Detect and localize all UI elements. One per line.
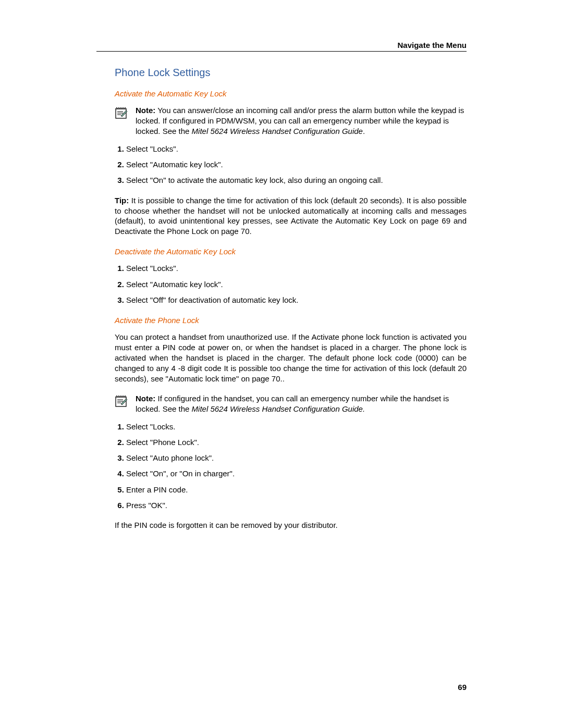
note-label: Note: — [136, 394, 155, 403]
page-content: Phone Lock Settings Activate the Automat… — [115, 67, 467, 530]
tip-paragraph: Tip: It is possible to change the time f… — [115, 195, 467, 237]
section-title: Phone Lock Settings — [115, 67, 467, 79]
note-label: Note: — [136, 106, 155, 115]
page-header-right: Navigate the Menu — [397, 41, 467, 50]
list-item: Select "Phone Lock". — [126, 437, 467, 448]
document-page: Navigate the Menu Phone Lock Settings Ac… — [0, 0, 563, 728]
steps-list-activate-phone-lock: Select "Locks. Select "Phone Lock". Sele… — [115, 422, 467, 511]
tip-body: It is possible to change the time for ac… — [115, 196, 467, 236]
list-item: Select "Locks. — [126, 422, 467, 432]
subheading-activate-phone-lock: Activate the Phone Lock — [115, 316, 467, 325]
note-italic-ref: Mitel 5624 Wireless Handset Configuratio… — [192, 404, 365, 413]
page-number: 69 — [458, 683, 467, 692]
note-end: . — [363, 127, 365, 135]
list-item: Select "Locks". — [126, 263, 467, 274]
header-rule — [96, 51, 467, 52]
note-block: Note: If configured in the handset, you … — [115, 393, 467, 414]
list-item: Select "Off" for deactivation of automat… — [126, 295, 467, 305]
closing-paragraph: If the PIN code is forgotten it can be r… — [115, 520, 467, 530]
subheading-deactivate-auto-key-lock: Deactivate the Automatic Key Lock — [115, 247, 467, 256]
list-item: Press "OK". — [126, 500, 467, 511]
list-item: Select "Automatic key lock". — [126, 159, 467, 170]
subheading-activate-auto-key-lock: Activate the Automatic Key Lock — [115, 89, 467, 98]
list-item: Select "Locks". — [126, 144, 467, 154]
note-italic-ref: Mitel 5624 Wireless Handset Configuratio… — [192, 127, 363, 135]
intro-paragraph: You can protect a handset from unauthori… — [115, 332, 467, 384]
steps-list-activate-auto: Select "Locks". Select "Automatic key lo… — [115, 144, 467, 186]
list-item: Select "On" to activate the automatic ke… — [126, 175, 467, 186]
note-text: Note: If configured in the handset, you … — [136, 393, 467, 414]
note-text: Note: You can answer/close an incoming c… — [136, 105, 467, 137]
list-item: Select "Auto phone lock". — [126, 453, 467, 463]
steps-list-deactivate-auto: Select "Locks". Select "Automatic key lo… — [115, 263, 467, 305]
list-item: Select "Automatic key lock". — [126, 279, 467, 290]
note-icon — [115, 106, 128, 122]
list-item: Enter a PIN code. — [126, 485, 467, 495]
note-icon — [115, 394, 128, 410]
list-item: Select "On", or "On in charger". — [126, 468, 467, 479]
note-block: Note: You can answer/close an incoming c… — [115, 105, 467, 137]
tip-label: Tip: — [115, 196, 129, 205]
